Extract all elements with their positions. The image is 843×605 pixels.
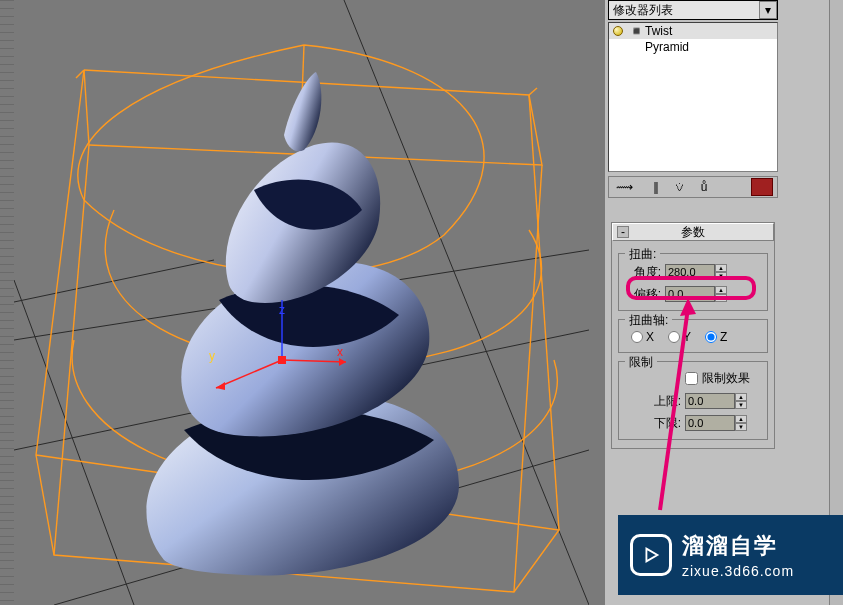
watermark: 溜溜自学 zixue.3d66.com [618, 515, 843, 595]
bias-row: 偏移: ▲▼ [625, 284, 761, 304]
twist-group: 扭曲: 角度: ▲▼ 偏移: ▲▼ [618, 253, 768, 311]
modifier-list-dropdown[interactable]: 修改器列表 ▾ [608, 0, 778, 20]
configure-sets-icon[interactable] [751, 178, 773, 196]
watermark-brand: 溜溜自学 [682, 531, 794, 561]
axis-z-radio[interactable]: Z [705, 330, 727, 344]
limit-effect-checkbox[interactable] [685, 372, 698, 385]
limits-legend: 限制 [625, 354, 657, 371]
twist-legend: 扭曲: [625, 246, 660, 263]
spin-up-icon[interactable]: ▲ [735, 415, 747, 423]
angle-input[interactable] [665, 264, 715, 280]
svg-line-0 [14, 260, 214, 302]
svg-line-7 [36, 70, 84, 455]
modifier-name: Pyramid [645, 40, 689, 54]
spin-up-icon[interactable]: ▲ [715, 264, 727, 272]
angle-row: 角度: ▲▼ [625, 262, 761, 282]
lower-label: 下限: [645, 415, 681, 432]
limit-effect-label: 限制效果 [702, 370, 750, 387]
bias-label: 偏移: [625, 286, 661, 303]
parameters-rollout: - 参数 扭曲: 角度: ▲▼ 偏移: ▲▼ 扭曲轴: [611, 222, 775, 449]
axis-group: 扭曲轴: X Y Z [618, 319, 768, 353]
make-unique-icon[interactable]: ⩒ [669, 178, 691, 196]
axis-z-label: z [279, 303, 285, 317]
svg-line-13 [529, 88, 537, 95]
svg-rect-19 [278, 356, 286, 364]
rollout-title: 参数 [681, 224, 705, 241]
modifier-name: Twist [645, 24, 672, 38]
axis-y-radio[interactable]: Y [668, 330, 691, 344]
svg-line-8 [529, 95, 559, 530]
axis-legend: 扭曲轴: [625, 312, 672, 329]
spin-down-icon[interactable]: ▼ [735, 401, 747, 409]
upper-input[interactable] [685, 393, 735, 409]
modifier-stack[interactable]: ◾ Twist Pyramid [608, 22, 778, 172]
axis-y-label: y [209, 349, 215, 363]
lower-row: 下限: ▲▼ [645, 413, 761, 433]
expand-icon[interactable]: ◾ [629, 24, 639, 38]
main-area: z x y [0, 0, 605, 605]
stack-toolbar: ⟿ ‖ ⩒ ů [608, 176, 778, 198]
bias-input[interactable] [665, 286, 715, 302]
svg-line-10 [54, 145, 89, 555]
upper-label: 上限: [645, 393, 681, 410]
remove-modifier-icon[interactable]: ů [693, 178, 715, 196]
spin-up-icon[interactable]: ▲ [735, 393, 747, 401]
bulb-icon[interactable] [613, 26, 623, 36]
angle-spinner[interactable]: ▲▼ [665, 264, 733, 280]
modifier-stack-item-pyramid[interactable]: Pyramid [609, 39, 777, 55]
rollout-header[interactable]: - 参数 [612, 223, 774, 241]
upper-row: 上限: ▲▼ [645, 391, 761, 411]
watermark-url: zixue.3d66.com [682, 563, 794, 579]
watermark-logo-icon [630, 534, 672, 576]
upper-spinner[interactable]: ▲▼ [685, 393, 753, 409]
vertical-ruler [0, 0, 14, 605]
spin-down-icon[interactable]: ▼ [715, 272, 727, 280]
svg-marker-22 [646, 549, 657, 562]
limits-group: 限制 限制效果 上限: ▲▼ 下限: ▲▼ [618, 361, 768, 440]
lower-input[interactable] [685, 415, 735, 431]
spin-down-icon[interactable]: ▼ [735, 423, 747, 431]
angle-label: 角度: [625, 264, 661, 281]
modifier-list-label: 修改器列表 [613, 2, 673, 19]
axis-x-label: x [337, 345, 343, 359]
viewport-perspective[interactable]: z x y [14, 0, 589, 605]
spin-up-icon[interactable]: ▲ [715, 286, 727, 294]
show-end-result-icon[interactable]: ‖ [645, 178, 667, 196]
axis-x-radio[interactable]: X [631, 330, 654, 344]
spin-down-icon[interactable]: ▼ [715, 294, 727, 302]
svg-line-9 [514, 165, 542, 592]
dropdown-arrow-icon[interactable]: ▾ [759, 1, 777, 19]
bias-spinner[interactable]: ▲▼ [665, 286, 733, 302]
svg-line-6 [84, 70, 89, 145]
collapse-icon[interactable]: - [617, 226, 629, 238]
modifier-stack-item-twist[interactable]: ◾ Twist [609, 23, 777, 39]
lower-spinner[interactable]: ▲▼ [685, 415, 753, 431]
viewport-canvas: z x y [14, 0, 589, 605]
pin-stack-icon[interactable]: ⟿ [613, 178, 635, 196]
